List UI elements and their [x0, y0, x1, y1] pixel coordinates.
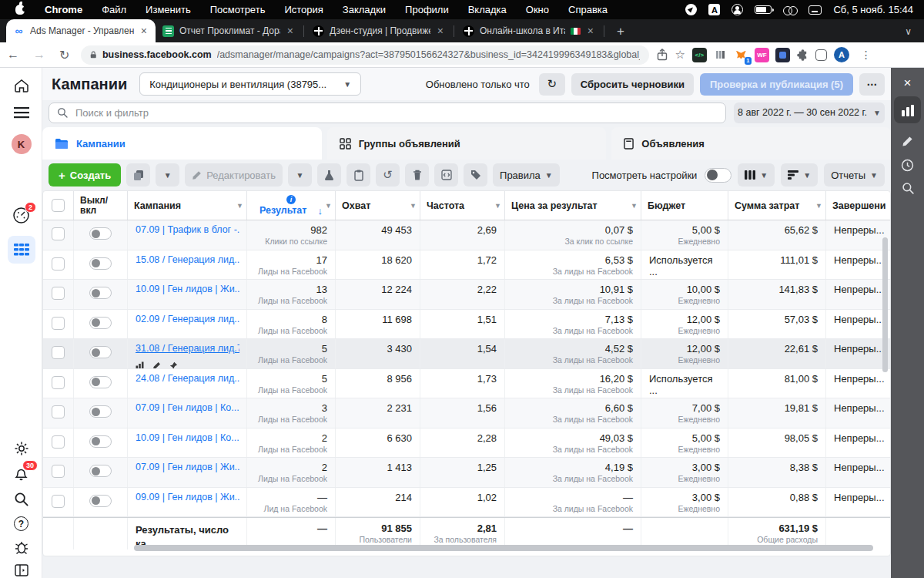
row-checkbox[interactable]: [52, 495, 65, 508]
column-header-campaign[interactable]: Кампания▼: [128, 191, 247, 220]
menu-item[interactable]: Файл: [102, 4, 126, 15]
row-checkbox[interactable]: [52, 227, 65, 240]
metamask-icon[interactable]: 1: [734, 48, 748, 62]
campaign-toggle[interactable]: [89, 376, 112, 388]
menu-icon[interactable]: [0, 106, 42, 119]
export-button[interactable]: [434, 163, 458, 187]
row-checkbox[interactable]: [52, 465, 65, 478]
menu-item[interactable]: Закладки: [343, 4, 386, 15]
info-icon[interactable]: i: [286, 195, 296, 204]
column-header-result[interactable]: i Результат↓ ▼: [247, 191, 336, 220]
campaign-name-link[interactable]: 31.08 / Генерация лид.7..: [136, 343, 239, 354]
share-icon[interactable]: [657, 49, 668, 61]
tab-search-chevron-icon[interactable]: ∨: [905, 21, 912, 42]
location-icon[interactable]: [685, 4, 697, 15]
campaign-name-link[interactable]: 07.09 | Трафик в блог -...: [136, 224, 239, 235]
reports-button[interactable]: Отчеты ▼: [824, 163, 885, 187]
tab-close-icon[interactable]: ×: [436, 25, 445, 37]
bug-report-icon[interactable]: [0, 539, 42, 555]
search-input[interactable]: [74, 106, 718, 119]
vertical-scrollbar[interactable]: [882, 237, 888, 372]
apple-icon[interactable]: [15, 5, 25, 15]
tab-campaigns[interactable]: Кампании: [42, 127, 322, 160]
browser-tab[interactable]: Отчет Проклимат - Доработа×: [156, 19, 302, 42]
display-icon[interactable]: [808, 5, 822, 15]
discard-drafts-button[interactable]: Сбросить черновики: [571, 73, 694, 96]
column-header-toggle[interactable]: Выкл/ вкл: [74, 191, 128, 220]
campaign-toggle[interactable]: [89, 495, 112, 507]
menu-item[interactable]: Окно: [526, 4, 549, 15]
edit-dropdown-button[interactable]: ▼: [288, 163, 312, 187]
profile-frame-icon[interactable]: [815, 49, 827, 61]
campaign-toggle[interactable]: [89, 287, 112, 299]
browser-tab[interactable]: Онлайн-школа в Италии×: [456, 19, 602, 42]
code-extension-icon[interactable]: </>: [692, 48, 707, 62]
edit-button[interactable]: Редактировать: [185, 163, 283, 187]
column-header-spent[interactable]: Сумма затрат▼: [728, 191, 826, 220]
column-header-ends[interactable]: Завершени: [826, 191, 890, 220]
bookmark-star-icon[interactable]: ☆: [675, 48, 685, 62]
horizontal-scrollbar[interactable]: [134, 545, 873, 551]
menu-item[interactable]: Посмотреть: [210, 4, 266, 15]
handoff-icon[interactable]: [783, 5, 797, 15]
campaign-name-link[interactable]: 24.08 / Генерация лид...: [136, 373, 239, 384]
menubar-clock[interactable]: Сб, 5 нояб. 15:44: [833, 4, 913, 15]
settings-gear-icon[interactable]: [0, 441, 42, 456]
help-icon[interactable]: ?: [0, 516, 42, 531]
select-all-checkbox[interactable]: [52, 199, 65, 212]
dark-extension-icon[interactable]: [775, 48, 790, 62]
campaign-name-link[interactable]: 10.09 | Ген лидов | Жи...: [136, 284, 239, 294]
campaign-toggle[interactable]: [89, 257, 112, 270]
breakdown-button[interactable]: ▼: [781, 163, 818, 187]
charts-icon[interactable]: [891, 96, 924, 123]
edit-pencil-icon[interactable]: [891, 136, 924, 147]
close-panel-icon[interactable]: ×: [891, 76, 924, 91]
row-checkbox[interactable]: [52, 346, 65, 359]
campaign-toggle[interactable]: [89, 317, 112, 329]
view-settings-toggle[interactable]: [705, 168, 732, 183]
rules-button[interactable]: Правила ▼: [493, 163, 560, 187]
tab-close-icon[interactable]: ×: [139, 25, 149, 37]
home-icon[interactable]: [0, 79, 42, 92]
wf-extension-icon[interactable]: WF: [755, 48, 769, 62]
tab-close-icon[interactable]: ×: [586, 25, 595, 37]
campaign-name-link[interactable]: 10.09 | Ген лидов | Ко...: [136, 432, 239, 443]
user-icon[interactable]: [732, 4, 743, 15]
inspect-search-icon[interactable]: [891, 182, 924, 194]
history-clock-icon[interactable]: [891, 159, 924, 172]
search-icon[interactable]: [0, 492, 42, 506]
column-header-reach[interactable]: Охват▼: [336, 191, 420, 220]
menu-item[interactable]: Профили: [405, 4, 449, 15]
undo-button[interactable]: ↺: [376, 163, 400, 187]
campaign-name-link[interactable]: 07.09 | Ген лидов | Ко...: [136, 402, 239, 413]
menu-item[interactable]: История: [284, 4, 323, 15]
ab-test-button[interactable]: [317, 163, 341, 187]
review-publish-button[interactable]: Проверка и публикация (5): [700, 73, 853, 96]
browser-avatar[interactable]: A: [834, 47, 849, 62]
search-filter-box[interactable]: [49, 102, 726, 123]
pencil-mini-icon[interactable]: [152, 359, 161, 368]
tab-adsets[interactable]: Группы объявлений: [327, 127, 607, 160]
input-source-icon[interactable]: A: [708, 4, 720, 15]
ad-limits-icon[interactable]: 2: [0, 207, 42, 224]
column-header-budget[interactable]: Бюджет: [641, 191, 728, 220]
battery-icon[interactable]: [755, 5, 772, 14]
clipboard-button[interactable]: [346, 163, 370, 187]
menu-item[interactable]: Chrome: [45, 4, 82, 15]
menu-item[interactable]: Изменить: [146, 4, 191, 15]
column-header-cost[interactable]: Цена за результат▼: [505, 191, 641, 220]
pin-mini-icon[interactable]: [169, 359, 178, 368]
forward-button[interactable]: →: [26, 48, 52, 62]
columns-button[interactable]: ▼: [738, 163, 775, 187]
menu-item[interactable]: Вкладка: [468, 4, 507, 15]
stats-extension-icon[interactable]: [713, 48, 728, 62]
menu-item[interactable]: Справка: [568, 4, 608, 15]
notifications-bell-icon[interactable]: 30: [0, 465, 42, 482]
new-tab-button[interactable]: +: [614, 21, 628, 42]
campaign-toggle[interactable]: [89, 465, 112, 477]
row-checkbox[interactable]: [52, 257, 65, 271]
browser-tab[interactable]: ∞Ads Manager - Управление ре×: [6, 19, 156, 42]
reload-button[interactable]: ↻: [52, 48, 76, 62]
extensions-puzzle-icon[interactable]: [797, 49, 808, 61]
browser-tab[interactable]: Дзен-студия | Продвижения в×: [306, 19, 452, 42]
